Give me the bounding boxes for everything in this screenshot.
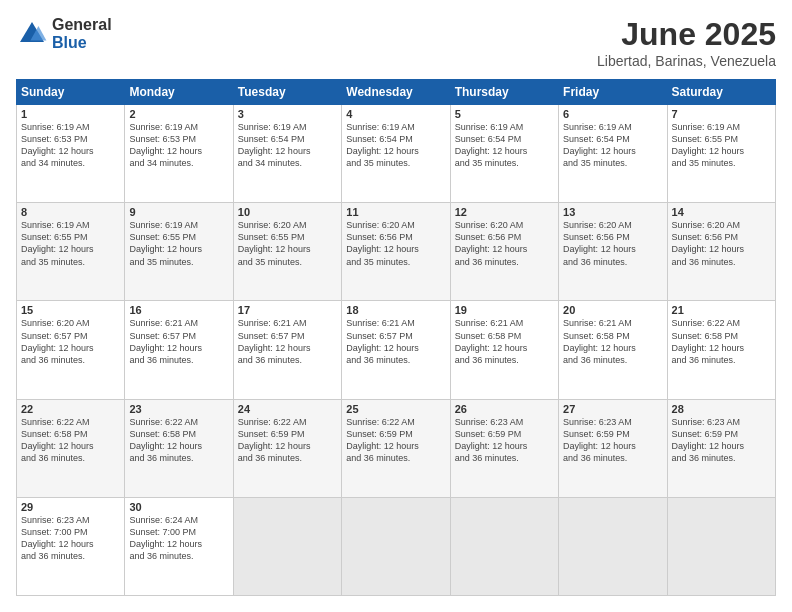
- sunset-label: Sunset: 6:53 PM: [21, 134, 88, 144]
- table-cell: 17 Sunrise: 6:21 AM Sunset: 6:57 PM Dayl…: [233, 301, 341, 399]
- sunset-label: Sunset: 6:58 PM: [21, 429, 88, 439]
- daylight-minutes: and 35 minutes.: [563, 158, 627, 168]
- location-title: Libertad, Barinas, Venezuela: [597, 53, 776, 69]
- day-number: 7: [672, 108, 771, 120]
- sunrise-label: Sunrise: 6:23 AM: [455, 417, 524, 427]
- day-number: 12: [455, 206, 554, 218]
- daylight-label: Daylight: 12 hours: [672, 441, 745, 451]
- day-number: 17: [238, 304, 337, 316]
- sunrise-label: Sunrise: 6:19 AM: [346, 122, 415, 132]
- sunset-label: Sunset: 7:00 PM: [21, 527, 88, 537]
- daylight-label: Daylight: 12 hours: [129, 539, 202, 549]
- daylight-label: Daylight: 12 hours: [129, 146, 202, 156]
- daylight-minutes: and 36 minutes.: [672, 453, 736, 463]
- table-cell: 26 Sunrise: 6:23 AM Sunset: 6:59 PM Dayl…: [450, 399, 558, 497]
- week-row-4: 22 Sunrise: 6:22 AM Sunset: 6:58 PM Dayl…: [17, 399, 776, 497]
- daylight-minutes: and 36 minutes.: [21, 551, 85, 561]
- day-number: 19: [455, 304, 554, 316]
- daylight-minutes: and 36 minutes.: [563, 257, 627, 267]
- col-friday: Friday: [559, 80, 667, 105]
- sunrise-label: Sunrise: 6:20 AM: [238, 220, 307, 230]
- daylight-label: Daylight: 12 hours: [129, 244, 202, 254]
- sunset-label: Sunset: 6:54 PM: [238, 134, 305, 144]
- daylight-minutes: and 36 minutes.: [129, 453, 193, 463]
- sunrise-label: Sunrise: 6:19 AM: [129, 122, 198, 132]
- daylight-label: Daylight: 12 hours: [563, 343, 636, 353]
- day-number: 24: [238, 403, 337, 415]
- daylight-label: Daylight: 12 hours: [672, 244, 745, 254]
- calendar-header: Sunday Monday Tuesday Wednesday Thursday…: [17, 80, 776, 105]
- sunset-label: Sunset: 6:58 PM: [672, 331, 739, 341]
- day-info: Sunrise: 6:23 AM Sunset: 6:59 PM Dayligh…: [455, 416, 554, 465]
- daylight-minutes: and 36 minutes.: [238, 453, 302, 463]
- sunset-label: Sunset: 6:57 PM: [238, 331, 305, 341]
- daylight-minutes: and 36 minutes.: [21, 355, 85, 365]
- month-title: June 2025: [597, 16, 776, 53]
- sunrise-label: Sunrise: 6:20 AM: [346, 220, 415, 230]
- daylight-label: Daylight: 12 hours: [346, 441, 419, 451]
- daylight-label: Daylight: 12 hours: [238, 343, 311, 353]
- sunrise-label: Sunrise: 6:22 AM: [129, 417, 198, 427]
- day-info: Sunrise: 6:20 AM Sunset: 6:56 PM Dayligh…: [346, 219, 445, 268]
- daylight-label: Daylight: 12 hours: [563, 244, 636, 254]
- sunset-label: Sunset: 6:56 PM: [672, 232, 739, 242]
- calendar: Sunday Monday Tuesday Wednesday Thursday…: [16, 79, 776, 596]
- daylight-label: Daylight: 12 hours: [455, 343, 528, 353]
- day-info: Sunrise: 6:19 AM Sunset: 6:54 PM Dayligh…: [563, 121, 662, 170]
- table-cell: [342, 497, 450, 595]
- day-info: Sunrise: 6:19 AM Sunset: 6:55 PM Dayligh…: [129, 219, 228, 268]
- week-row-1: 1 Sunrise: 6:19 AM Sunset: 6:53 PM Dayli…: [17, 105, 776, 203]
- sunrise-label: Sunrise: 6:20 AM: [21, 318, 90, 328]
- daylight-label: Daylight: 12 hours: [563, 441, 636, 451]
- sunrise-label: Sunrise: 6:23 AM: [672, 417, 741, 427]
- day-info: Sunrise: 6:21 AM Sunset: 6:57 PM Dayligh…: [346, 317, 445, 366]
- day-info: Sunrise: 6:19 AM Sunset: 6:54 PM Dayligh…: [238, 121, 337, 170]
- col-monday: Monday: [125, 80, 233, 105]
- day-number: 26: [455, 403, 554, 415]
- day-info: Sunrise: 6:23 AM Sunset: 6:59 PM Dayligh…: [672, 416, 771, 465]
- page: General Blue June 2025 Libertad, Barinas…: [0, 0, 792, 612]
- day-info: Sunrise: 6:21 AM Sunset: 6:58 PM Dayligh…: [455, 317, 554, 366]
- week-row-5: 29 Sunrise: 6:23 AM Sunset: 7:00 PM Dayl…: [17, 497, 776, 595]
- table-cell: [559, 497, 667, 595]
- table-cell: 13 Sunrise: 6:20 AM Sunset: 6:56 PM Dayl…: [559, 203, 667, 301]
- sunset-label: Sunset: 6:53 PM: [129, 134, 196, 144]
- sunrise-label: Sunrise: 6:19 AM: [455, 122, 524, 132]
- day-number: 29: [21, 501, 120, 513]
- daylight-minutes: and 36 minutes.: [346, 355, 410, 365]
- table-cell: 5 Sunrise: 6:19 AM Sunset: 6:54 PM Dayli…: [450, 105, 558, 203]
- sunset-label: Sunset: 6:59 PM: [672, 429, 739, 439]
- day-number: 27: [563, 403, 662, 415]
- sunrise-label: Sunrise: 6:19 AM: [672, 122, 741, 132]
- day-number: 9: [129, 206, 228, 218]
- day-info: Sunrise: 6:20 AM Sunset: 6:55 PM Dayligh…: [238, 219, 337, 268]
- sunrise-label: Sunrise: 6:21 AM: [563, 318, 632, 328]
- daylight-label: Daylight: 12 hours: [346, 244, 419, 254]
- table-cell: 24 Sunrise: 6:22 AM Sunset: 6:59 PM Dayl…: [233, 399, 341, 497]
- table-cell: 22 Sunrise: 6:22 AM Sunset: 6:58 PM Dayl…: [17, 399, 125, 497]
- daylight-label: Daylight: 12 hours: [455, 441, 528, 451]
- sunrise-label: Sunrise: 6:19 AM: [21, 122, 90, 132]
- day-info: Sunrise: 6:19 AM Sunset: 6:55 PM Dayligh…: [21, 219, 120, 268]
- daylight-label: Daylight: 12 hours: [346, 343, 419, 353]
- day-info: Sunrise: 6:19 AM Sunset: 6:54 PM Dayligh…: [346, 121, 445, 170]
- day-number: 15: [21, 304, 120, 316]
- table-cell: 19 Sunrise: 6:21 AM Sunset: 6:58 PM Dayl…: [450, 301, 558, 399]
- day-number: 23: [129, 403, 228, 415]
- sunrise-label: Sunrise: 6:22 AM: [21, 417, 90, 427]
- day-number: 21: [672, 304, 771, 316]
- day-info: Sunrise: 6:22 AM Sunset: 6:58 PM Dayligh…: [672, 317, 771, 366]
- week-row-3: 15 Sunrise: 6:20 AM Sunset: 6:57 PM Dayl…: [17, 301, 776, 399]
- table-cell: 11 Sunrise: 6:20 AM Sunset: 6:56 PM Dayl…: [342, 203, 450, 301]
- table-cell: 6 Sunrise: 6:19 AM Sunset: 6:54 PM Dayli…: [559, 105, 667, 203]
- day-number: 16: [129, 304, 228, 316]
- sunrise-label: Sunrise: 6:22 AM: [346, 417, 415, 427]
- day-info: Sunrise: 6:19 AM Sunset: 6:55 PM Dayligh…: [672, 121, 771, 170]
- sunset-label: Sunset: 6:55 PM: [672, 134, 739, 144]
- sunrise-label: Sunrise: 6:23 AM: [21, 515, 90, 525]
- table-cell: 4 Sunrise: 6:19 AM Sunset: 6:54 PM Dayli…: [342, 105, 450, 203]
- daylight-minutes: and 35 minutes.: [346, 257, 410, 267]
- table-cell: 14 Sunrise: 6:20 AM Sunset: 6:56 PM Dayl…: [667, 203, 775, 301]
- day-number: 28: [672, 403, 771, 415]
- day-number: 22: [21, 403, 120, 415]
